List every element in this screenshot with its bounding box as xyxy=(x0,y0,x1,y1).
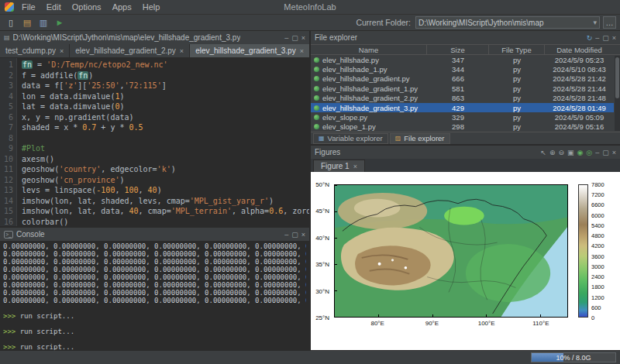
minimize-icon[interactable]: – xyxy=(284,34,288,42)
grid-icon: ▦ xyxy=(319,135,325,142)
colorbar-tick-label: 1200 xyxy=(591,294,604,300)
figure-canvas[interactable]: 80°E90°E100°E110°E 25°N30°N35°N40°N45°N5… xyxy=(311,172,620,350)
refresh-icon[interactable]: ↻ xyxy=(587,34,593,42)
line-number: 10 xyxy=(0,154,13,165)
explorer-bottom-tabs: ▦Variable explorer▨File explorer xyxy=(311,132,620,144)
close-icon[interactable]: × xyxy=(612,149,616,156)
menu-item-edit[interactable]: Edit xyxy=(42,2,66,12)
python-file-icon xyxy=(314,67,319,72)
file-explorer-header-icons: ↻–▢× xyxy=(587,34,616,42)
column-header[interactable]: File Type xyxy=(489,45,545,54)
minimize-icon[interactable]: – xyxy=(595,34,599,42)
console-output[interactable]: 0.00000000, 0.00000000, 0.00000000, 0.00… xyxy=(0,241,309,350)
tab-close-icon[interactable]: × xyxy=(60,47,64,55)
close-icon[interactable]: × xyxy=(301,34,305,42)
table-row[interactable]: elev_slope.py329py2024/5/9 05:09 xyxy=(311,112,614,122)
rotate-icon[interactable]: ◎ xyxy=(586,149,592,156)
zoom-out-icon[interactable]: ⊖ xyxy=(558,149,564,156)
line-number: 3 xyxy=(0,81,13,91)
colorbar-tick-labels: 7800720066006000540048004200360030002400… xyxy=(591,184,618,318)
x-tick-label: 80°E xyxy=(370,320,384,327)
tab-close-icon[interactable]: × xyxy=(180,47,184,55)
console-icon: >_ xyxy=(4,231,13,239)
console-prompt: >>> xyxy=(3,343,16,350)
column-header[interactable]: Date Modified xyxy=(545,45,614,54)
right-column: File explorer ↻–▢× NameSizeFile TypeDate… xyxy=(311,31,620,350)
memory-text: 10% / 8.0G xyxy=(532,353,615,362)
figures-panel: Figures ↖⊕⊖▣◉◎–▢× Figure 1 × xyxy=(311,146,620,350)
tab-close-icon[interactable]: × xyxy=(353,163,357,170)
x-tick-label: 90°E xyxy=(425,320,439,327)
editor-tab[interactable]: test_cdump.py× xyxy=(0,44,70,57)
table-row[interactable]: elev_hillshade_gradient_3.py429py2024/5/… xyxy=(311,103,614,112)
identify-icon[interactable]: ◉ xyxy=(577,149,583,156)
file-type: py xyxy=(489,56,545,64)
table-row[interactable]: elev_hillshade.py347py2024/5/9 05:23 xyxy=(311,55,614,64)
line-number: 8 xyxy=(0,133,13,144)
file-size: 347 xyxy=(427,56,489,64)
menu-item-file[interactable]: File xyxy=(17,2,40,12)
table-row[interactable]: elev_hillshade_1.py344py2024/5/10 08:43 xyxy=(311,64,614,74)
scrollbar[interactable] xyxy=(615,56,620,131)
file-name: elev_hillshade_gradient_1.py xyxy=(322,84,418,93)
current-folder-combobox[interactable]: D:\Working\MIScript\Jython\mis\map ▾ xyxy=(415,16,600,29)
code-editor[interactable]: 12345678910111213141516 fn = 'D:/Temp/nc… xyxy=(0,58,309,226)
line-number: 6 xyxy=(0,112,13,123)
colorbar-tick-label: 2400 xyxy=(591,273,604,280)
column-header[interactable]: Name xyxy=(311,45,427,54)
python-file-icon xyxy=(314,57,319,63)
main-area: ▤ D:\Working\MIScript\Jython\mis\map\ele… xyxy=(0,31,620,350)
save-file-icon[interactable]: ▥ xyxy=(36,16,50,29)
tab-figure-1[interactable]: Figure 1 × xyxy=(313,160,365,172)
browse-folder-button[interactable]: … xyxy=(603,16,616,29)
full-extent-icon[interactable]: ▣ xyxy=(567,149,574,156)
tab-variable-explorer[interactable]: ▦Variable explorer xyxy=(313,133,388,144)
x-tick-mark xyxy=(378,314,379,317)
close-icon[interactable]: × xyxy=(301,231,305,239)
tab-file-explorer[interactable]: ▨File explorer xyxy=(390,133,450,144)
file-size: 581 xyxy=(427,84,489,93)
new-file-icon[interactable]: ▯ xyxy=(4,16,18,29)
file-date: 2024/5/10 08:43 xyxy=(545,65,614,74)
table-row[interactable]: elev_hillshade_gradient.py666py2024/5/28… xyxy=(311,74,614,84)
x-tick-mark xyxy=(486,314,487,317)
table-row[interactable]: elev_hillshade_gradient_1.py581py2024/5/… xyxy=(311,84,614,93)
menu-item-options[interactable]: Options xyxy=(67,2,106,12)
float-icon[interactable]: ▢ xyxy=(602,149,609,156)
code-line: geoshow('cn_province') xyxy=(22,175,309,186)
file-type: py xyxy=(489,104,545,112)
float-icon[interactable]: ▢ xyxy=(291,231,298,239)
tab-close-icon[interactable]: × xyxy=(300,47,304,55)
run-icon[interactable]: ► xyxy=(53,16,67,29)
editor-tab[interactable]: elev_hillshade_gradient_3.py× xyxy=(190,44,310,57)
line-number: 15 xyxy=(0,206,13,217)
file-size: 666 xyxy=(427,74,489,83)
python-file-icon xyxy=(314,105,319,111)
current-folder-label: Current Folder: xyxy=(356,18,411,27)
table-row[interactable]: elev_slope_1.py298py2024/5/9 05:16 xyxy=(311,122,614,132)
float-icon[interactable]: ▢ xyxy=(291,34,298,42)
editor-tab[interactable]: elev_hillshade_gradient_2.py× xyxy=(70,44,190,57)
file-size: 344 xyxy=(427,65,489,74)
select-icon[interactable]: ↖ xyxy=(540,149,546,156)
open-file-icon[interactable]: ▤ xyxy=(20,16,34,29)
minimize-icon[interactable]: – xyxy=(595,149,599,156)
close-icon[interactable]: × xyxy=(612,34,616,42)
file-type: py xyxy=(489,74,545,83)
table-row[interactable]: elev_hillshade_gradient_2.py863py2024/5/… xyxy=(311,94,614,103)
file-name: elev_hillshade_1.py xyxy=(322,65,387,74)
file-name: elev_slope.py xyxy=(322,113,367,122)
minimize-icon[interactable]: – xyxy=(284,231,288,239)
x-tick-labels: 80°E90°E100°E110°E xyxy=(334,320,568,328)
menu-item-help[interactable]: Help xyxy=(138,2,165,12)
zoom-in-icon[interactable]: ⊕ xyxy=(549,149,556,156)
scrollbar-thumb[interactable] xyxy=(615,57,619,98)
menu-item-apps[interactable]: Apps xyxy=(108,2,136,12)
console-panel: >_ Console –▢× 0.00000000, 0.00000000, 0… xyxy=(0,228,309,350)
chevron-down-icon[interactable]: ▾ xyxy=(593,19,597,26)
float-icon[interactable]: ▢ xyxy=(602,34,609,42)
file-type: py xyxy=(489,94,545,102)
memory-indicator: 10% / 8.0G xyxy=(531,352,616,362)
column-header[interactable]: Size xyxy=(427,45,489,54)
line-number: 16 xyxy=(0,217,13,227)
